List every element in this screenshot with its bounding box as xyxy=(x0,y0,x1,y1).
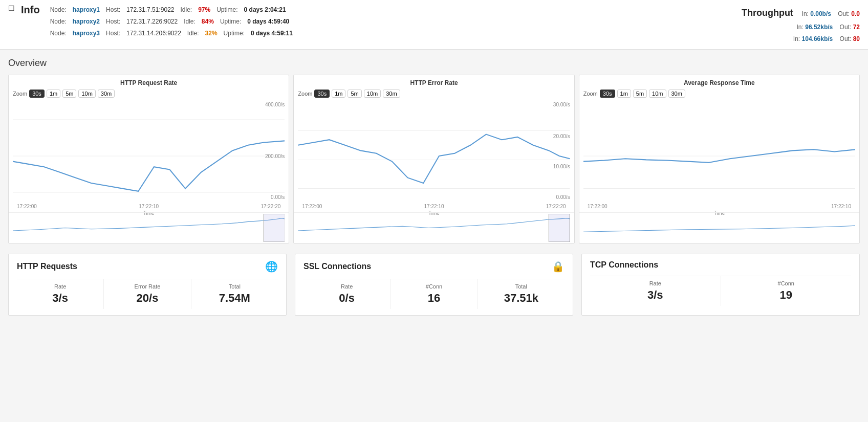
y-label-20: 20.00/s xyxy=(553,134,570,139)
mini-svg-1 xyxy=(13,214,285,242)
chart-title-3: Average Response Time xyxy=(579,75,859,88)
chart-area-1: 400.00/s 200.00/s 0.00/s 17:22:00 17:22:… xyxy=(9,100,289,212)
node-name-haproxy2: haproxy2 xyxy=(73,16,100,28)
svg-rect-7 xyxy=(549,214,570,242)
stats-card-tcp: TCP Connections Rate 3/s #Conn 19 xyxy=(581,254,860,316)
node-row-haproxy2: Node: haproxy2 Host: 172.31.7.226:9022 I… xyxy=(50,16,293,28)
chart-mini-2: 17:00 17:10 17:20 Time xyxy=(294,212,574,243)
chart-title-1: HTTP Request Rate xyxy=(9,75,289,88)
uptime-val-haproxy2: 0 days 4:59:40 xyxy=(247,16,289,28)
zoom-10m-1[interactable]: 10m xyxy=(78,90,95,98)
overview-title: Overview xyxy=(8,58,860,69)
x-time-2c: 17:22:20 xyxy=(546,204,566,209)
charts-row: HTTP Request Rate Zoom 30s 1m 5m 10m 30m… xyxy=(8,75,860,243)
y-label-10: 10.00/s xyxy=(553,164,570,169)
metric-label-rate-http: Rate xyxy=(19,283,101,290)
chart-http-error-rate: HTTP Error Rate Zoom 30s 1m 5m 10m 30m 3… xyxy=(293,75,574,243)
metric-value-rate-tcp: 3/s xyxy=(592,288,719,302)
idle-val-haproxy2: 84% xyxy=(202,16,214,28)
idle-label-haproxy1: Idle: xyxy=(180,4,192,16)
metric-rate-http: Rate 3/s xyxy=(17,279,104,309)
stats-header-tcp: TCP Connections xyxy=(590,260,851,270)
uptime-val-haproxy3: 0 days 4:59:11 xyxy=(251,28,293,39)
y-label-30: 30.00/s xyxy=(553,102,570,107)
stats-row: HTTP Requests 🌐 Rate 3/s Error Rate 20/s… xyxy=(8,254,860,316)
metric-label-total-http: Total xyxy=(193,283,276,290)
zoom-1m-2[interactable]: 1m xyxy=(332,90,345,98)
zoom-1m-1[interactable]: 1m xyxy=(47,90,60,98)
x-time-2b: 17:22:10 xyxy=(424,204,444,209)
node-name-haproxy3: haproxy3 xyxy=(73,28,100,39)
host-label: Host: xyxy=(106,4,120,16)
uptime-label-haproxy3: Uptime: xyxy=(224,28,245,39)
main-content: Overview HTTP Request Rate Zoom 30s 1m 5… xyxy=(0,50,868,324)
chart-svg-2 xyxy=(298,102,570,210)
metric-rate-tcp: Rate 3/s xyxy=(590,276,721,306)
y-label-0-2: 0.00/s xyxy=(556,194,570,200)
idle-label-haproxy2: Idle: xyxy=(184,16,196,28)
x-time-1b: 17:22:10 xyxy=(139,204,159,209)
throughput-row-2: In: 96.52kb/s Out: 72 xyxy=(742,21,860,33)
stats-metrics-http: Rate 3/s Error Rate 20/s Total 7.54M xyxy=(17,279,278,309)
y-label-0: 0.00/s xyxy=(271,194,285,200)
header-left: ☐ Info Node: haproxy1 Host: 172.31.7.51:… xyxy=(8,4,293,39)
metric-value-error-http: 20/s xyxy=(106,292,188,305)
node-label: Node: xyxy=(50,4,67,16)
http-globe-icon: 🌐 xyxy=(265,260,278,273)
metric-value-rate-http: 3/s xyxy=(19,292,101,305)
zoom-label-2: Zoom xyxy=(298,91,312,97)
zoom-10m-3[interactable]: 10m xyxy=(649,90,666,98)
metric-label-rate-tcp: Rate xyxy=(592,280,719,286)
x-time-2a: 17:22:00 xyxy=(302,204,322,209)
throughput-title: Throughput In: 0.00b/s Out: 0.0 xyxy=(742,4,860,21)
zoom-30s-1[interactable]: 30s xyxy=(29,90,45,98)
mini-svg-2 xyxy=(298,214,570,242)
zoom-1m-3[interactable]: 1m xyxy=(617,90,631,98)
x-time-1a: 17:22:00 xyxy=(17,204,37,209)
metric-label-total-ssl: Total xyxy=(480,283,562,290)
chart-mini-1: 17:00 17:10 17:20 Time xyxy=(9,212,289,243)
stats-header-ssl: SSL Connections 🔒 xyxy=(303,260,565,273)
metric-total-ssl: Total 37.51k xyxy=(478,279,565,309)
node-row-haproxy3: Node: haproxy3 Host: 172.31.14.206:9022 … xyxy=(50,28,293,39)
zoom-5m-2[interactable]: 5m xyxy=(348,90,361,98)
stats-metrics-tcp: Rate 3/s #Conn 19 xyxy=(590,276,851,306)
node-label: Node: xyxy=(50,28,67,39)
node-host-haproxy2: 172.31.7.226:9022 xyxy=(126,16,178,28)
zoom-5m-3[interactable]: 5m xyxy=(633,90,647,98)
node-label: Node: xyxy=(50,16,67,28)
idle-label-haproxy3: Idle: xyxy=(187,28,199,39)
metric-label-rate-ssl: Rate xyxy=(306,283,388,290)
zoom-30m-3[interactable]: 30m xyxy=(668,90,685,98)
nodes-table: Node: haproxy1 Host: 172.31.7.51:9022 Id… xyxy=(50,4,293,39)
metric-rate-ssl: Rate 0/s xyxy=(303,279,390,309)
zoom-30m-1[interactable]: 30m xyxy=(98,90,115,98)
uptime-label-haproxy1: Uptime: xyxy=(216,4,237,16)
node-row-haproxy1: Node: haproxy1 Host: 172.31.7.51:9022 Id… xyxy=(50,4,293,16)
chart-zoom-1: Zoom 30s 1m 5m 10m 30m xyxy=(9,88,289,100)
zoom-label-3: Zoom xyxy=(583,91,598,97)
header-bar: ☐ Info Node: haproxy1 Host: 172.31.7.51:… xyxy=(0,0,868,50)
x-time-3b: 17:22:10 xyxy=(831,204,851,209)
info-title: Info xyxy=(21,4,40,16)
metric-conn-ssl: #Conn 16 xyxy=(390,279,478,309)
metric-value-rate-ssl: 0/s xyxy=(306,292,388,305)
node-host-haproxy3: 172.31.14.206:9022 xyxy=(126,28,181,39)
zoom-30s-2[interactable]: 30s xyxy=(314,90,330,98)
chart-mini-3: 17:00 17:10 Time xyxy=(579,212,859,243)
metric-label-error-http: Error Rate xyxy=(106,283,188,290)
metric-value-conn-tcp: 19 xyxy=(723,288,850,302)
chart-zoom-2: Zoom 30s 1m 5m 10m 30m xyxy=(294,88,574,100)
stats-header-http: HTTP Requests 🌐 xyxy=(17,260,278,273)
header-right: Throughput In: 0.00b/s Out: 0.0 In: 96.5… xyxy=(742,4,860,45)
metric-conn-tcp: #Conn 19 xyxy=(721,276,852,306)
uptime-label-haproxy2: Uptime: xyxy=(220,16,241,28)
zoom-10m-2[interactable]: 10m xyxy=(364,90,381,98)
metric-error-rate-http: Error Rate 20/s xyxy=(104,279,191,309)
zoom-30s-3[interactable]: 30s xyxy=(600,90,615,98)
metric-label-conn-ssl: #Conn xyxy=(393,283,475,290)
metric-value-total-http: 7.54M xyxy=(193,292,276,305)
info-toggle-icon[interactable]: ☐ xyxy=(8,4,15,12)
zoom-30m-2[interactable]: 30m xyxy=(383,90,400,98)
zoom-5m-1[interactable]: 5m xyxy=(62,90,76,98)
